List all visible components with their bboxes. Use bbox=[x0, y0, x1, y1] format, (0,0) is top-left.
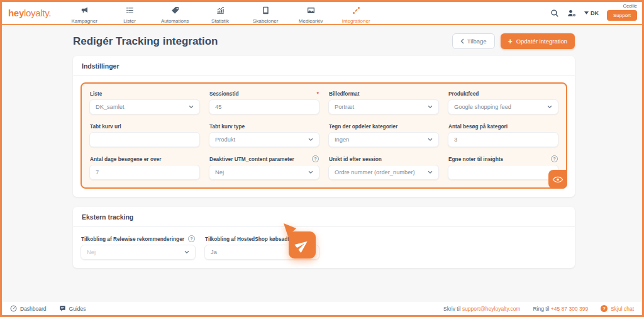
list-icon bbox=[126, 6, 134, 17]
field-value: Produkt bbox=[215, 136, 235, 143]
field-label: Tegn der opdeler kategorier bbox=[329, 123, 397, 130]
field-label-row: Sessionstid* bbox=[209, 90, 319, 97]
hide-chat-toggle[interactable]: ? Skjul chat bbox=[601, 305, 634, 312]
chart-icon bbox=[216, 6, 225, 17]
user-settings-icon[interactable] bbox=[567, 9, 576, 18]
field-value: Ordre nummer (order_number) bbox=[335, 169, 415, 175]
field-billedformat: BilledformatPortræt bbox=[328, 88, 439, 114]
field-label: Tilkobling af HostedShop købsadfærd bbox=[205, 236, 299, 242]
chevron-down-icon bbox=[547, 105, 552, 109]
field-label: Antal dage besøgene er over bbox=[90, 156, 161, 162]
field-label: Antal besøg på kategori bbox=[448, 123, 508, 130]
field-value: Portræt bbox=[335, 104, 354, 110]
caret-down-icon bbox=[584, 11, 589, 14]
locale-selector[interactable]: DK bbox=[584, 10, 599, 16]
field-produktfeed: ProduktfeedGoogle shopping feed bbox=[448, 88, 558, 114]
field-egne-noter-til-insights: Egne noter til insights? bbox=[448, 153, 558, 180]
header-right: DK Cecilie Support bbox=[550, 5, 637, 21]
support-email-line: Skriv til support@heyloyalty.com bbox=[443, 306, 520, 312]
field-label-row: Tabt kurv type bbox=[209, 123, 319, 130]
settings-grid: ListeDK_samletSessionstid*45Billedformat… bbox=[89, 88, 558, 180]
guides-link[interactable]: Guides bbox=[59, 305, 86, 312]
chevron-left-icon bbox=[460, 38, 464, 44]
field-value: Nej bbox=[87, 249, 96, 255]
field-label: Unikt id efter session bbox=[329, 156, 382, 162]
field-label-row: Billedformat bbox=[329, 90, 438, 97]
heyloyalty-logo[interactable]: heyloyalty. bbox=[8, 8, 51, 18]
select-billedformat[interactable]: Portræt bbox=[328, 99, 439, 114]
nav-item-label: Integrationer bbox=[342, 18, 370, 24]
media-icon bbox=[307, 6, 315, 17]
locale-code: DK bbox=[591, 10, 599, 16]
search-icon[interactable] bbox=[550, 9, 559, 18]
field-label-row: Liste bbox=[90, 90, 199, 97]
select-liste[interactable]: DK_samlet bbox=[89, 99, 200, 114]
input-egne-noter-til-insights[interactable] bbox=[448, 165, 558, 180]
input-sessionstid[interactable]: 45 bbox=[209, 99, 319, 114]
settings-card: Indstillinger ListeDK_samletSessionstid*… bbox=[73, 56, 575, 197]
user-name: Cecilie bbox=[623, 3, 637, 9]
field-deaktiver-utm-content-parameter: Deaktiver UTM_content parameter?Nej bbox=[209, 153, 319, 180]
field-unikt-id-efter-session: Unikt id efter sessionOrdre nummer (orde… bbox=[328, 153, 439, 180]
field-label-row: Antal dage besøgene er over bbox=[90, 155, 199, 162]
divider bbox=[73, 226, 575, 227]
chevron-down-icon bbox=[308, 138, 313, 142]
help-icon[interactable]: ? bbox=[551, 155, 558, 162]
nav-item-label: Mediearkiv bbox=[299, 18, 323, 24]
chevron-down-icon bbox=[428, 105, 433, 109]
plus-icon: + bbox=[508, 39, 513, 44]
phone-link[interactable]: +45 87 300 399 bbox=[551, 306, 588, 312]
input-antal-bes-g-p-kategori[interactable]: 3 bbox=[448, 132, 558, 147]
select-unikt-id-efter-session[interactable]: Ordre nummer (order_number) bbox=[328, 165, 439, 180]
field-label: Tabt kurv url bbox=[90, 123, 121, 130]
megaphone-icon bbox=[80, 6, 89, 17]
eye-icon bbox=[552, 175, 564, 184]
nav-item-skabeloner[interactable]: Skabeloner bbox=[248, 6, 282, 24]
title-actions: Tilbage + Opdatér integration bbox=[452, 33, 575, 49]
help-icon[interactable]: ? bbox=[188, 235, 195, 242]
support-email-link[interactable]: support@heyloyalty.com bbox=[462, 306, 521, 312]
field-antal-dage-bes-gene-er-over: Antal dage besøgene er over7 bbox=[89, 153, 200, 180]
nav-item-statistik[interactable]: Statistik bbox=[203, 6, 237, 24]
field-label-row: Antal besøg på kategori bbox=[448, 123, 558, 130]
select-tabt-kurv-type[interactable]: Produkt bbox=[209, 132, 319, 147]
settings-card-title: Indstillinger bbox=[80, 56, 567, 75]
field-label: Sessionstid bbox=[209, 91, 239, 97]
nav-item-automations[interactable]: Automations bbox=[158, 6, 192, 24]
field-label-row: Tabt kurv url bbox=[90, 123, 199, 130]
page-title: Redigér Tracking integration bbox=[73, 35, 218, 48]
footer-left: Dashboard Guides bbox=[10, 305, 86, 312]
external-tracking-card: Ekstern tracking Tilkobling af Relewise … bbox=[73, 207, 575, 268]
input-tabt-kurv-url[interactable] bbox=[89, 132, 200, 147]
field-label: Tilkobling af Relewise rekommenderinger bbox=[81, 236, 184, 242]
select-deaktiver-utm-content-parameter[interactable]: Nej bbox=[209, 165, 319, 180]
settings-fieldbox: ListeDK_samletSessionstid*45Billedformat… bbox=[80, 82, 567, 189]
update-button-label: Opdatér integration bbox=[516, 38, 567, 45]
dashboard-link[interactable]: Dashboard bbox=[10, 305, 47, 312]
divider bbox=[73, 75, 575, 76]
nav-item-kampagner[interactable]: Kampagner bbox=[67, 6, 101, 24]
help-icon[interactable]: ? bbox=[312, 155, 319, 162]
nav-item-lister[interactable]: Lister bbox=[113, 6, 147, 24]
field-antal-bes-g-p-kategori: Antal besøg på kategori3 bbox=[448, 121, 558, 147]
nav-item-label: Lister bbox=[123, 18, 136, 24]
nav-item-mediearkiv[interactable]: Mediearkiv bbox=[294, 6, 328, 24]
select-tegn-der-opdeler-kategorier[interactable]: Ingen bbox=[328, 132, 439, 147]
integration-icon bbox=[352, 6, 360, 17]
footer-bar: Dashboard Guides Skriv til support@heylo… bbox=[2, 302, 642, 315]
nav-item-integrationer[interactable]: Integrationer bbox=[339, 6, 373, 24]
support-button[interactable]: Support bbox=[607, 10, 637, 21]
field-tilkobling-af-relewise-rekommenderinger: Tilkobling af Relewise rekommenderinger?… bbox=[80, 233, 196, 260]
chevron-down-icon bbox=[184, 250, 189, 254]
back-button[interactable]: Tilbage bbox=[452, 33, 495, 49]
select-produktfeed[interactable]: Google shopping feed bbox=[448, 99, 558, 114]
input-antal-dage-bes-gene-er-over[interactable]: 7 bbox=[89, 165, 200, 180]
update-integration-button[interactable]: + Opdatér integration bbox=[501, 33, 575, 49]
logo-text-light: loyalty. bbox=[24, 8, 51, 18]
external-grid: Tilkobling af Relewise rekommenderinger?… bbox=[80, 233, 567, 260]
field-tegn-der-opdeler-kategorier: Tegn der opdeler kategorierIngen bbox=[328, 121, 439, 147]
preview-eye-button[interactable] bbox=[548, 170, 567, 189]
select-tilkobling-af-hostedshop-k-bsadf-rd[interactable]: Ja bbox=[204, 245, 319, 260]
required-asterisk: * bbox=[316, 91, 319, 97]
field-label-row: Unikt id efter session bbox=[329, 155, 438, 162]
